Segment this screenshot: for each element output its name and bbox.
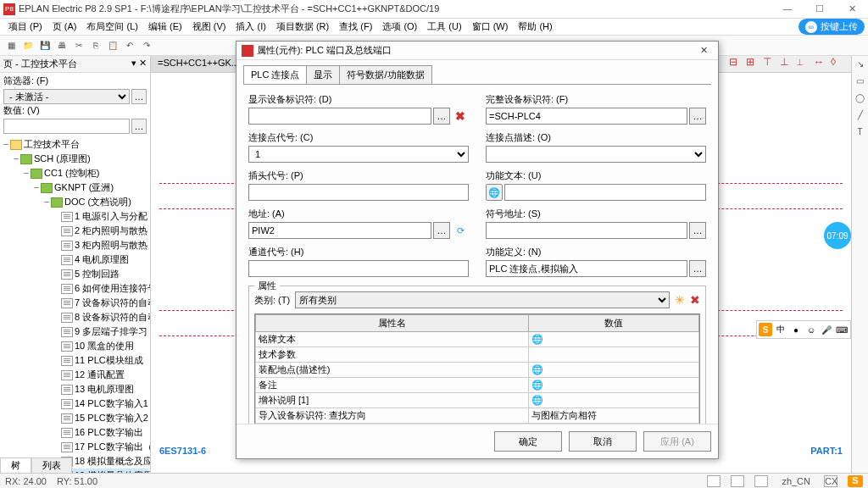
tb-save[interactable]: 💾 bbox=[37, 38, 53, 53]
tree-node[interactable]: 15 PLC数字输入2 bbox=[2, 411, 148, 425]
properties-table[interactable]: 属性名 数值 铭牌文本🌐 技术参数装配地点(描述性)🌐 备注🌐 增补说明 [1]… bbox=[254, 313, 700, 424]
tree-node[interactable]: −CC1 (控制柜) bbox=[2, 166, 148, 180]
tab-symbol[interactable]: 符号数据/功能数据 bbox=[339, 65, 431, 84]
tb-open[interactable]: 📁 bbox=[20, 38, 36, 53]
funcdef-input[interactable] bbox=[486, 260, 687, 277]
sym-tool[interactable]: ◊ bbox=[831, 56, 844, 69]
delete-prop-icon[interactable]: ✖ bbox=[690, 293, 700, 307]
sym-tool[interactable]: ↔ bbox=[814, 56, 827, 69]
sym-tool[interactable]: ⊟ bbox=[729, 56, 743, 69]
tb-print[interactable]: 🖶 bbox=[54, 38, 70, 53]
tb-cut[interactable]: ✂ bbox=[71, 38, 86, 53]
status-btn[interactable] bbox=[731, 475, 744, 487]
menu-edit[interactable]: 编辑 (E) bbox=[143, 20, 187, 33]
dialog-close-button[interactable]: ✕ bbox=[695, 45, 713, 56]
tb-undo[interactable]: ↶ bbox=[122, 38, 137, 53]
table-row[interactable]: 增补说明 [1]🌐 bbox=[256, 393, 699, 408]
tree-node[interactable]: 10 黑盒的使用 bbox=[2, 339, 148, 353]
ime-punct-icon[interactable]: ● bbox=[789, 323, 803, 336]
status-btn[interactable] bbox=[707, 475, 721, 487]
table-row[interactable]: 关联参考显示:显示源自项目设置 bbox=[256, 424, 699, 424]
page-tree[interactable]: −工控技术平台−SCH (原理图)−CC1 (控制柜)−GKNPT (亚洲)−D… bbox=[0, 136, 150, 473]
close-button[interactable]: ✕ bbox=[839, 3, 865, 14]
cancel-button[interactable]: 取消 bbox=[569, 431, 637, 452]
new-prop-icon[interactable]: ✳ bbox=[675, 293, 685, 307]
sym-tool[interactable]: ⊥ bbox=[780, 56, 793, 69]
ime-mic-icon[interactable]: 🎤 bbox=[820, 323, 833, 336]
tree-node[interactable]: 17 PLC数字输出（二） bbox=[2, 440, 148, 454]
ime-emoji-icon[interactable]: ☺ bbox=[804, 323, 818, 336]
chan-input[interactable] bbox=[248, 260, 469, 277]
table-row[interactable]: 技术参数 bbox=[256, 347, 699, 363]
table-row[interactable]: 装配地点(描述性)🌐 bbox=[256, 363, 699, 378]
menu-options[interactable]: 选项 (O) bbox=[377, 20, 422, 33]
menu-page[interactable]: 页 (A) bbox=[47, 20, 82, 33]
tree-node[interactable]: 2 柜内照明与散热 bbox=[2, 224, 148, 238]
addr-io-icon[interactable]: ⟳ bbox=[452, 222, 469, 239]
menu-view[interactable]: 视图 (V) bbox=[187, 20, 231, 33]
tree-node[interactable]: 4 电机原理图 bbox=[2, 252, 148, 267]
ime-kbd-icon[interactable]: ⌨ bbox=[835, 323, 849, 336]
tb-new[interactable]: ▦ bbox=[3, 38, 19, 53]
rtb-item[interactable]: ╱ bbox=[854, 110, 867, 124]
disp-dt-input[interactable] bbox=[248, 108, 431, 125]
tb-paste[interactable]: 📋 bbox=[105, 38, 120, 53]
tree-node[interactable]: 9 多层端子排学习 bbox=[2, 324, 148, 339]
tree-node[interactable]: 16 PLC数字输出 bbox=[2, 425, 148, 440]
menu-insert[interactable]: 插入 (I) bbox=[231, 20, 270, 33]
tree-node[interactable]: −GKNPT (亚洲) bbox=[2, 180, 148, 195]
sym-input[interactable] bbox=[486, 222, 687, 239]
tree-node[interactable]: 6 如何使用连接符号 bbox=[2, 281, 148, 296]
plug-input[interactable] bbox=[248, 184, 469, 201]
tree-node[interactable]: 11 PLC模块组成 bbox=[2, 353, 148, 368]
table-row[interactable]: 导入设备标识符: 查找方向与图框方向相符 bbox=[256, 408, 699, 424]
disp-dt-clear[interactable]: ✖ bbox=[452, 108, 469, 125]
tab-tree[interactable]: 树 bbox=[0, 458, 31, 473]
tb-redo[interactable]: ↷ bbox=[139, 38, 154, 53]
maximize-button[interactable]: ☐ bbox=[807, 3, 832, 14]
dialog-titlebar[interactable]: 属性(元件): PLC 端口及总线端口 ✕ bbox=[236, 42, 718, 60]
status-ime-icon[interactable]: S bbox=[848, 475, 863, 487]
tree-node[interactable]: 5 控制回路 bbox=[2, 267, 148, 281]
globe-icon[interactable]: 🌐 bbox=[486, 184, 503, 201]
tab-display[interactable]: 显示 bbox=[306, 65, 340, 84]
menu-help[interactable]: 帮助 (H) bbox=[513, 20, 557, 33]
menu-window[interactable]: 窗口 (W) bbox=[467, 20, 514, 33]
tree-node[interactable]: 7 设备标识符的自动编号 bbox=[2, 296, 148, 310]
addr-browse[interactable]: … bbox=[433, 222, 450, 239]
cloud-upload-button[interactable]: ∞ 按键上传 bbox=[798, 19, 865, 35]
full-dt-browse[interactable]: … bbox=[689, 108, 706, 125]
funcdef-browse[interactable]: … bbox=[689, 260, 706, 277]
tree-node[interactable]: −工控技术平台 bbox=[2, 137, 148, 152]
status-cx[interactable]: CX bbox=[824, 475, 837, 487]
conndesc-select[interactable] bbox=[486, 146, 706, 163]
minimize-button[interactable]: — bbox=[775, 3, 800, 14]
func-input[interactable] bbox=[504, 184, 706, 201]
ok-button[interactable]: 确定 bbox=[494, 431, 562, 452]
tree-node[interactable]: 13 电机原理图 bbox=[2, 382, 148, 396]
menu-projectdata[interactable]: 项目数据 (R) bbox=[271, 20, 334, 33]
ime-s-icon[interactable]: S bbox=[759, 323, 772, 336]
filter-select[interactable]: - 未激活 - bbox=[3, 89, 130, 104]
value-more-button[interactable]: … bbox=[131, 119, 147, 134]
table-row[interactable]: 备注🌐 bbox=[256, 378, 699, 393]
status-btn[interactable] bbox=[754, 475, 768, 487]
rtb-item[interactable]: T bbox=[854, 127, 867, 141]
tree-node[interactable]: 3 柜内照明与散热 bbox=[2, 238, 148, 252]
table-row[interactable]: 铭牌文本🌐 bbox=[256, 332, 699, 347]
rtb-item[interactable]: ▭ bbox=[854, 76, 867, 90]
canvas-tab[interactable]: =SCH+CC1++GK... bbox=[151, 56, 247, 72]
rtb-item[interactable]: ↘ bbox=[854, 59, 867, 73]
tb-copy[interactable]: ⎘ bbox=[88, 38, 103, 53]
disp-dt-browse[interactable]: … bbox=[433, 108, 450, 125]
tree-node[interactable]: −SCH (原理图) bbox=[2, 152, 148, 166]
tree-node[interactable]: 8 设备标识符的自动编号 bbox=[2, 310, 148, 324]
tree-node[interactable]: 1 电源引入与分配 bbox=[2, 209, 148, 224]
tree-node[interactable]: 12 通讯配置 bbox=[2, 368, 148, 382]
menu-tools[interactable]: 工具 (U) bbox=[422, 20, 466, 33]
apply-button[interactable]: 应用 (A) bbox=[643, 431, 711, 452]
tab-plc-conn[interactable]: PLC 连接点 bbox=[243, 65, 307, 84]
menu-project[interactable]: 项目 (P) bbox=[3, 20, 47, 33]
addr-input[interactable] bbox=[248, 222, 431, 239]
sym-tool[interactable]: ⊞ bbox=[746, 56, 760, 69]
